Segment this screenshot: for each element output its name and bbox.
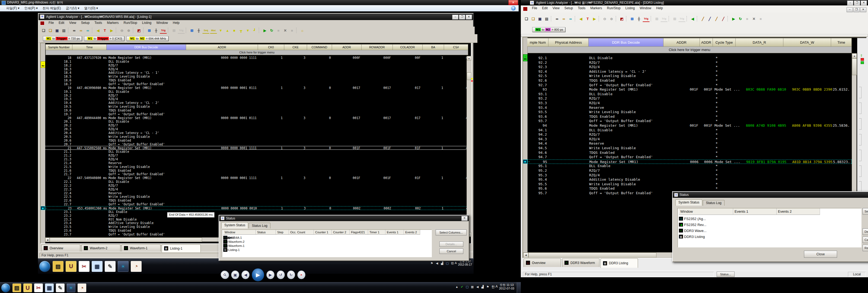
table-column-window[interactable]: Window	[223, 230, 256, 235]
search-icon[interactable]: ∞	[554, 16, 560, 22]
table-row[interactable]: 92.2RZQ/7*	[527, 60, 852, 65]
table-row[interactable]: 93.7Qoff = 'Output Buffer Enabled'*	[527, 119, 852, 123]
minimize-icon[interactable]: –	[452, 14, 458, 20]
table-row[interactable]: 20.3RZQ/4	[45, 127, 468, 131]
menu-file[interactable]: File	[46, 20, 56, 26]
column-header-ddrbusdecode[interactable]: DDR Bus Decode	[106, 44, 186, 50]
clipped-button[interactable]: Re	[863, 245, 868, 251]
column-header-row-right[interactable]: mple NumPhysical AddressDDR Bus DecodeAD…	[527, 38, 852, 47]
menu-runstop[interactable]: Run/Stop	[604, 5, 623, 11]
table-row[interactable]: 21.7Qoff = 'Output Buffer Enabled'	[45, 172, 468, 176]
previous-button[interactable]: ◀	[241, 270, 250, 279]
marker-chip[interactable]: M1toTrigger = 0 [CK0]	[84, 36, 124, 41]
table-row[interactable]: 94.5Write Leveling Disable*	[527, 146, 852, 151]
table-row[interactable]: 94.3RZQ/4*	[527, 137, 852, 142]
calculator-taskbar-icon[interactable]: ▦	[45, 284, 54, 292]
table-row[interactable]: 92.1DLL Disable*	[527, 56, 852, 60]
new-file-icon[interactable]: ❏	[40, 27, 46, 33]
capture-taskbar-icon[interactable]: ✂	[34, 284, 43, 292]
marker-m2-badge[interactable]: ↑M2	[41, 61, 45, 68]
menu-window[interactable]: Window	[637, 5, 654, 11]
table-row[interactable]: 21.2RZQ/7	[45, 153, 468, 157]
table-row[interactable]: 18.5Write Leveling Disable	[45, 75, 468, 79]
table-column-counter2[interactable]: Counter 2	[332, 230, 350, 235]
arrow-down-a-icon[interactable]: ▼	[218, 27, 224, 33]
cancel-run-icon[interactable]: ✕	[751, 16, 757, 22]
viewer-menu-전자 메일(E)[interactable]: 전자 메일(E)	[40, 5, 63, 11]
menu-edit[interactable]: Edit	[56, 20, 67, 26]
trigger-mark-icon[interactable]: T	[102, 27, 108, 33]
close-button[interactable]: Close	[804, 251, 837, 258]
table-row[interactable]: 95.6TDQS Enabled*	[527, 186, 852, 191]
table-row[interactable]: 95.1DLL Enable*	[527, 164, 852, 169]
table-column-step[interactable]: Step	[276, 230, 289, 235]
table-row[interactable]: 94.4Reserve*	[527, 141, 852, 146]
column-header-command[interactable]: COMMAND	[307, 44, 332, 50]
menu-file[interactable]: File	[529, 5, 539, 11]
cancel-button[interactable]: Cancel	[439, 248, 463, 254]
ime-indicator[interactable]: 한	[492, 285, 495, 289]
table-row[interactable]: 21.4Reserve	[45, 161, 468, 165]
column-header-time[interactable]: Time	[72, 44, 106, 50]
table-row[interactable]: 92.3RZQ/4*	[527, 65, 852, 69]
ime-indicator[interactable]: A	[496, 285, 498, 289]
clipped-button[interactable]: Select C	[863, 208, 868, 214]
goto-end-icon[interactable]: ▶	[108, 27, 115, 33]
column-header-mplenum[interactable]: mple Num	[527, 38, 549, 47]
dialog-tab-system-status[interactable]: System Status	[221, 222, 248, 228]
chip-tray-icon[interactable]: ▦	[470, 285, 475, 289]
menu-setup[interactable]: Setup	[79, 20, 92, 26]
column-header-row-left[interactable]: Sample NumberTimeDDR Bus DecodeADDRCK0CK…	[45, 44, 468, 50]
agilent-taskbar-icon[interactable]: ✳	[118, 261, 129, 272]
column-header-coladdr[interactable]: COLADDR	[393, 44, 423, 50]
menu-window[interactable]: Window	[154, 20, 170, 26]
tab-ddr3-waveform[interactable]: ≈DDR3 Waveform	[562, 258, 599, 267]
open-file-icon[interactable]: ❏	[530, 16, 536, 22]
delete-button[interactable]: ×	[297, 270, 305, 279]
table-row[interactable]: 18447.437137920 msMode Register Set (MR1…	[45, 56, 468, 60]
table-row[interactable]: 93.1DLL Disable*	[527, 92, 852, 96]
table-column-events1[interactable]: Events 1	[385, 230, 404, 235]
menu-markers[interactable]: Markers	[588, 5, 604, 11]
table-row[interactable]: 95.4Additive latency Disable*	[527, 177, 852, 182]
table-row[interactable]: 21.5Write Leveling Disable	[45, 165, 468, 169]
search-next-icon[interactable]: ∞	[561, 16, 567, 22]
table-row[interactable]: 92.6TDQS Enabled*	[527, 79, 852, 83]
table-row[interactable]: 92.4Additive latency = 'CL - 2'*	[527, 69, 852, 74]
dialog-tab-status-log[interactable]: Status Log	[703, 200, 724, 206]
table-row[interactable]: 18.1DLL Disable	[45, 60, 468, 63]
tab-overview[interactable]: ◱Overview	[524, 258, 561, 267]
viewer-menu-인쇄(P)[interactable]: 인쇄(P) ▾	[22, 5, 40, 11]
status-dialog-titlebar-right[interactable]: ✳ Status	[673, 192, 868, 198]
network-tray-icon[interactable]: ▟	[480, 285, 485, 289]
table-row[interactable]: 19.5Write Leveling Disable	[45, 105, 468, 109]
display-tray-icon[interactable]: ▢	[445, 261, 450, 266]
pencil-2-icon[interactable]: ╱	[707, 16, 713, 22]
table-row[interactable]: 95Mode Register Set (MR1)00060006Mode Se…	[527, 159, 852, 164]
table-row[interactable]: 93Mode Register Set (MR1)001F001FMode Se…	[527, 87, 852, 92]
minimize-icon[interactable]: –	[846, 7, 853, 12]
flag-tray-icon[interactable]: ⚑	[430, 261, 434, 266]
ime-indicator[interactable]: 한	[451, 261, 454, 265]
display-tray-icon[interactable]: ▢	[465, 285, 469, 289]
trigger-setup-icon[interactable]: Trig	[160, 27, 167, 34]
table-column-events2[interactable]: Events 2	[404, 230, 420, 235]
photo-viewer-close-button[interactable]: ✕	[508, 0, 518, 5]
table-row[interactable]: 23453.458001360 msMode Register Set (MR1…	[45, 206, 468, 210]
table-row[interactable]: 93.5Write Leveling Disable*	[527, 110, 852, 115]
next-button[interactable]: ▶	[267, 270, 275, 279]
help-icon[interactable]: ?	[511, 6, 516, 10]
print-icon[interactable]: ▤	[544, 16, 550, 22]
table-row[interactable]: 93.6TDQS Enabled*	[527, 115, 852, 119]
network-tray-icon[interactable]: ▟	[440, 261, 444, 266]
notes-taskbar-icon[interactable]: ✎	[105, 261, 116, 272]
cancel-run-icon[interactable]: ✕	[282, 27, 288, 33]
table-row[interactable]: 20.1DLL Disable	[45, 120, 468, 123]
search-next-icon[interactable]: ∞	[78, 27, 84, 33]
table-row[interactable]: 18.2RZQ/7	[45, 63, 468, 67]
volume-tray-icon[interactable]: ◀	[435, 261, 439, 266]
column-header-addr[interactable]: ADDR	[186, 44, 258, 50]
paint-taskbar-icon[interactable]: ◔	[78, 284, 86, 292]
dialog-tab-system-status[interactable]: System Status	[675, 199, 702, 206]
menu-listing[interactable]: Listing	[623, 5, 638, 11]
